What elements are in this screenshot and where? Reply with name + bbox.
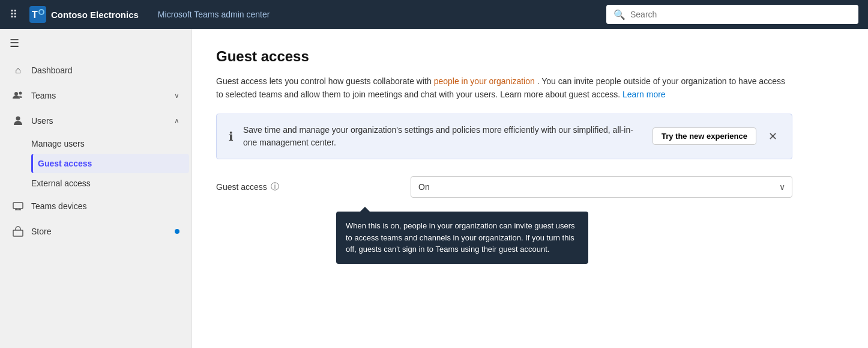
- search-input[interactable]: [630, 10, 851, 19]
- grid-icon[interactable]: ⠿: [10, 8, 17, 21]
- external-access-label: External access: [31, 179, 91, 188]
- page-title: Guest access: [216, 48, 844, 65]
- svg-point-6: [16, 117, 20, 121]
- guest-access-form-row: Guest access ⓘ On Off ∨ When this is on,…: [216, 176, 792, 198]
- store-icon: [12, 225, 24, 237]
- guest-access-select-wrapper: On Off ∨: [411, 176, 792, 198]
- svg-point-5: [19, 92, 22, 95]
- teams-icon: [12, 90, 24, 102]
- search-icon: 🔍: [613, 9, 625, 20]
- sidebar-item-external-access[interactable]: External access: [31, 174, 189, 193]
- home-icon: ⌂: [12, 64, 24, 76]
- svg-rect-8: [13, 230, 23, 236]
- manage-users-label: Manage users: [31, 139, 85, 148]
- info-banner: ℹ Save time and manage your organization…: [216, 114, 792, 159]
- sidebar-item-dashboard[interactable]: ⌂ Dashboard: [2, 58, 189, 82]
- logo-icon: T: [29, 6, 46, 23]
- company-name: Contoso Electronics: [51, 10, 139, 20]
- chevron-up-icon: ∧: [174, 117, 179, 125]
- description-part1: Guest access lets you control how guests…: [216, 76, 434, 86]
- guest-access-tooltip: When this is on, people in your organiza…: [336, 212, 588, 264]
- learn-more-link[interactable]: Learn more: [622, 90, 666, 99]
- guest-access-label: Guest access: [38, 159, 92, 168]
- sidebar-label-dashboard: Dashboard: [31, 66, 179, 75]
- users-subitems: Manage users Guest access External acces…: [0, 133, 191, 194]
- svg-point-3: [40, 10, 43, 14]
- guest-access-info-icon[interactable]: ⓘ: [271, 182, 279, 192]
- sidebar: ☰ ⌂ Dashboard Teams ∨: [0, 29, 192, 348]
- description-highlight: people in your organization: [434, 76, 535, 86]
- sidebar-item-store[interactable]: Store: [2, 219, 189, 243]
- sidebar-item-manage-users[interactable]: Manage users: [31, 134, 189, 153]
- app-title: Microsoft Teams admin center: [158, 10, 270, 19]
- sidebar-item-teams-devices[interactable]: Teams devices: [2, 194, 189, 218]
- sidebar-label-store: Store: [31, 227, 165, 236]
- sidebar-item-teams[interactable]: Teams ∨: [2, 84, 189, 108]
- search-box[interactable]: 🔍: [606, 5, 858, 24]
- sidebar-label-teams-devices: Teams devices: [31, 201, 179, 211]
- store-badge: [175, 229, 179, 234]
- teams-devices-icon: [12, 200, 24, 212]
- sidebar-header: ☰: [0, 29, 191, 58]
- banner-close-button[interactable]: ✕: [766, 130, 780, 143]
- page-description: Guest access lets you control how guests…: [216, 75, 792, 102]
- users-icon: [12, 115, 24, 127]
- sidebar-label-teams: Teams: [31, 91, 167, 100]
- sidebar-label-users: Users: [31, 116, 167, 126]
- top-navigation: ⠿ T Contoso Electronics Microsoft Teams …: [0, 0, 868, 29]
- svg-rect-7: [13, 203, 23, 209]
- company-logo: T Contoso Electronics: [29, 6, 139, 23]
- hamburger-icon[interactable]: ☰: [10, 37, 19, 50]
- guest-access-field-text: Guest access: [216, 182, 267, 192]
- svg-text:T: T: [32, 10, 38, 20]
- chevron-down-icon: ∨: [174, 91, 179, 100]
- try-new-experience-button[interactable]: Try the new experience: [653, 127, 756, 145]
- info-banner-icon: ℹ: [229, 129, 234, 144]
- main-content: Guest access Guest access lets you contr…: [192, 29, 868, 348]
- tooltip-text: When this is on, people in your organiza…: [346, 221, 575, 254]
- info-banner-text: Save time and manage your organization's…: [243, 124, 643, 149]
- main-layout: ☰ ⌂ Dashboard Teams ∨: [0, 29, 868, 348]
- guest-access-dropdown[interactable]: On Off: [411, 176, 792, 198]
- svg-point-4: [14, 92, 18, 96]
- guest-access-field-label: Guest access ⓘ: [216, 182, 396, 192]
- sidebar-item-guest-access[interactable]: Guest access: [31, 154, 189, 173]
- sidebar-item-users[interactable]: Users ∧: [2, 109, 189, 133]
